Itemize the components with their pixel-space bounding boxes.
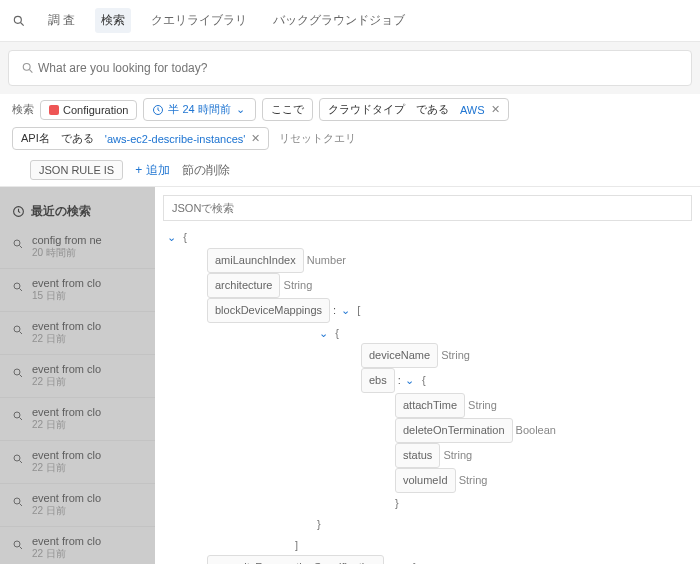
recent-name: config from ne — [32, 234, 102, 246]
svg-line-7 — [20, 245, 23, 248]
svg-point-12 — [14, 369, 20, 375]
recent-search-item[interactable]: event from clo22 日前 — [0, 312, 155, 355]
search-icon — [12, 236, 24, 250]
main-area: 最近の検索 config from ne20 時間前event from clo… — [0, 187, 700, 564]
chevron-down-icon: ⌄ — [235, 103, 247, 116]
recent-search-item[interactable]: event from clo22 日前 — [0, 398, 155, 441]
svg-line-21 — [20, 546, 23, 549]
svg-point-2 — [23, 63, 30, 70]
svg-point-0 — [14, 16, 21, 23]
chevron-down-icon[interactable]: ⌄ — [165, 227, 177, 248]
svg-point-20 — [14, 541, 20, 547]
tab-query-library[interactable]: クエリライブラリ — [145, 8, 253, 33]
recent-name: event from clo — [32, 449, 101, 461]
recent-name: event from clo — [32, 363, 101, 375]
search-icon — [12, 408, 24, 422]
svg-point-14 — [14, 412, 20, 418]
chevron-down-icon[interactable]: ⌄ — [404, 370, 416, 391]
tab-investigate[interactable]: 調 査 — [42, 8, 81, 33]
recent-time: 22 日前 — [32, 375, 101, 389]
recent-name: event from clo — [32, 535, 101, 547]
recent-time: 15 日前 — [32, 289, 101, 303]
recent-time: 22 日前 — [32, 504, 101, 518]
recent-name: event from clo — [32, 277, 101, 289]
sidebar-title: 最近の検索 — [0, 197, 155, 226]
search-icon — [12, 494, 24, 508]
top-tabs: 調 査 検索 クエリライブラリ バックグラウンドジョブ — [0, 0, 700, 42]
recent-search-item[interactable]: config from ne20 時間前 — [0, 226, 155, 269]
svg-point-16 — [14, 455, 20, 461]
search-icon — [12, 365, 24, 379]
recent-search-item[interactable]: event from clo22 日前 — [0, 527, 155, 564]
pill-cloudtype[interactable]: クラウドタイプ である AWS ✕ — [319, 98, 509, 121]
chevron-down-icon[interactable]: ⌄ — [394, 557, 406, 564]
svg-line-19 — [20, 503, 23, 506]
key-attachTime[interactable]: attachTime — [395, 393, 465, 418]
svg-point-6 — [14, 240, 20, 246]
tab-search[interactable]: 検索 — [95, 8, 131, 33]
close-icon[interactable]: ✕ — [491, 103, 500, 116]
svg-point-8 — [14, 283, 20, 289]
search-icon — [12, 537, 24, 551]
tab-background-jobs[interactable]: バックグラウンドジョブ — [267, 8, 411, 33]
svg-line-1 — [21, 22, 24, 25]
config-icon — [49, 105, 59, 115]
recent-search-item[interactable]: event from clo15 日前 — [0, 269, 155, 312]
svg-line-9 — [20, 288, 23, 291]
sub-filter-row: JSON RULE IS + 追加 節の削除 — [0, 154, 700, 187]
svg-point-18 — [14, 498, 20, 504]
svg-line-17 — [20, 460, 23, 463]
recent-time: 20 時間前 — [32, 246, 102, 260]
clock-icon — [12, 205, 25, 218]
recent-name: event from clo — [32, 492, 101, 504]
pill-timerange[interactable]: 半 24 時間前 ⌄ — [143, 98, 255, 121]
json-tree-panel: ⌄ { amiLaunchIndex Number architecture S… — [155, 187, 700, 564]
json-rule-pill[interactable]: JSON RULE IS — [30, 160, 123, 180]
recent-search-item[interactable]: event from clo22 日前 — [0, 355, 155, 398]
sidebar-recent: 最近の検索 config from ne20 時間前event from clo… — [0, 187, 155, 564]
recent-search-item[interactable]: event from clo22 日前 — [0, 441, 155, 484]
recent-time: 22 日前 — [32, 547, 101, 561]
recent-time: 22 日前 — [32, 461, 101, 475]
filter-label: 検索 — [12, 102, 34, 117]
key-architecture[interactable]: architecture — [207, 273, 280, 298]
pill-configuration[interactable]: Configuration — [40, 100, 137, 120]
chevron-down-icon[interactable]: ⌄ — [317, 323, 329, 344]
recent-name: event from clo — [32, 406, 101, 418]
key-deviceName[interactable]: deviceName — [361, 343, 438, 368]
json-search-input[interactable] — [163, 195, 692, 221]
search-icon — [12, 279, 24, 293]
svg-line-15 — [20, 417, 23, 420]
pill-here[interactable]: ここで — [262, 98, 313, 121]
key-ebs[interactable]: ebs — [361, 368, 395, 393]
search-icon — [21, 61, 35, 75]
delete-clause[interactable]: 節の削除 — [182, 162, 230, 179]
key-deleteOnTermination[interactable]: deleteOnTermination — [395, 418, 513, 443]
key-volumeId[interactable]: volumeId — [395, 468, 456, 493]
svg-line-13 — [20, 374, 23, 377]
recent-time: 22 日前 — [32, 332, 101, 346]
key-blockDeviceMappings[interactable]: blockDeviceMappings — [207, 298, 330, 323]
search-icon — [12, 322, 24, 336]
close-icon[interactable]: ✕ — [251, 132, 260, 145]
filter-row: 検索 Configuration 半 24 時間前 ⌄ ここで クラウドタイプ … — [0, 94, 700, 154]
svg-point-10 — [14, 326, 20, 332]
key-status[interactable]: status — [395, 443, 440, 468]
key-amiLaunchIndex[interactable]: amiLaunchIndex — [207, 248, 304, 273]
clock-icon — [152, 104, 164, 116]
pill-apiname[interactable]: API名 である 'aws-ec2-describe-instances' ✕ — [12, 127, 269, 150]
add-clause[interactable]: + 追加 — [135, 162, 169, 179]
investigate-icon[interactable] — [12, 14, 28, 28]
recent-search-item[interactable]: event from clo22 日前 — [0, 484, 155, 527]
json-tree: ⌄ { amiLaunchIndex Number architecture S… — [163, 221, 692, 564]
global-search[interactable] — [8, 50, 692, 86]
recent-name: event from clo — [32, 320, 101, 332]
svg-line-11 — [20, 331, 23, 334]
svg-line-3 — [30, 70, 33, 73]
chevron-down-icon[interactable]: ⌄ — [339, 300, 351, 321]
key-capacityReservationSpecification[interactable]: capacityReservationSpecification — [207, 555, 384, 564]
reset-query[interactable]: リセットクエリ — [279, 131, 356, 146]
search-input[interactable] — [38, 61, 679, 75]
recent-time: 22 日前 — [32, 418, 101, 432]
search-icon — [12, 451, 24, 465]
